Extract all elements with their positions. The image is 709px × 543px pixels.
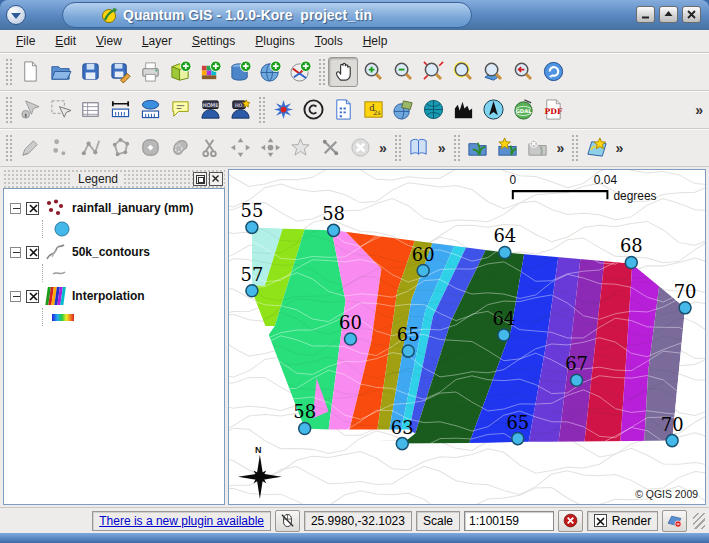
- title-bar[interactable]: Quantum GIS - 1.0.0-Kore project_tin: [0, 0, 709, 30]
- layer-name[interactable]: 50k_contours: [72, 245, 150, 259]
- quick-print-plugin-button[interactable]: PDF: [538, 95, 568, 125]
- raster-histogram-plugin-button[interactable]: [448, 95, 478, 125]
- home-plugin-button[interactable]: HOME: [195, 95, 225, 125]
- toolbar-overflow-button[interactable]: »: [611, 140, 627, 156]
- georeferencer-plugin-button[interactable]: [388, 95, 418, 125]
- layer-visibility-checkbox[interactable]: [26, 202, 39, 215]
- menu-help[interactable]: Help: [353, 31, 398, 51]
- add-raster-layer-button[interactable]: [195, 57, 225, 87]
- home-plugin-icon: HOME: [199, 98, 222, 121]
- map-tips-button[interactable]: [165, 95, 195, 125]
- grass-close-mapset-icon: [526, 136, 549, 159]
- menu-view[interactable]: View: [86, 31, 132, 51]
- grass-tools-button[interactable]: [581, 133, 611, 163]
- measure-area-button[interactable]: [135, 95, 165, 125]
- grass-open-mapset-button[interactable]: [463, 133, 493, 163]
- add-postgis-layer-button[interactable]: [225, 57, 255, 87]
- close-button[interactable]: [682, 6, 701, 23]
- window-menu-button[interactable]: [6, 5, 26, 25]
- layer-name[interactable]: rainfall_january (mm): [72, 201, 193, 215]
- copyright-label-plugin-button[interactable]: [298, 95, 328, 125]
- toolbar-drag-handle[interactable]: [453, 134, 460, 162]
- stop-rendering-button[interactable]: [558, 510, 583, 532]
- legend-layer-0[interactable]: rainfall_january (mm): [10, 198, 220, 218]
- menu-settings[interactable]: Settings: [182, 31, 245, 51]
- minimize-button[interactable]: [636, 6, 655, 23]
- capture-line-button: [75, 133, 105, 163]
- grass-new-mapset-button[interactable]: [493, 133, 523, 163]
- toolbar-drag-handle[interactable]: [318, 58, 325, 86]
- add-vector-layer-button[interactable]: [165, 57, 195, 87]
- quick-print-plugin-icon: PDF: [542, 98, 565, 121]
- print-composer-button[interactable]: [135, 57, 165, 87]
- split-features-icon: [169, 136, 192, 159]
- mouse-tracking-toggle-button[interactable]: [275, 510, 300, 532]
- legend-layer-tree[interactable]: rainfall_january (mm) 50k_contours Int: [3, 188, 225, 505]
- menu-file[interactable]: File: [6, 31, 45, 51]
- plugin-notification-link[interactable]: There is a new plugin available: [99, 514, 264, 528]
- home-beta-plugin-button[interactable]: HO: [225, 95, 255, 125]
- save-project-as-button[interactable]: [105, 57, 135, 87]
- toolbar-drag-handle[interactable]: [5, 134, 12, 162]
- window-resize-grip[interactable]: [693, 513, 705, 529]
- zoom-full-extent-button[interactable]: [418, 57, 448, 87]
- capture-point-button: [45, 133, 75, 163]
- expander-icon[interactable]: [10, 291, 21, 302]
- help-contents-button[interactable]: [404, 133, 434, 163]
- open-attribute-table-button[interactable]: [75, 95, 105, 125]
- toolbar-drag-handle[interactable]: [5, 58, 12, 86]
- new-vector-layer-button[interactable]: [285, 57, 315, 87]
- delimited-text-plugin-button[interactable]: [328, 95, 358, 125]
- zoom-last-extent-button[interactable]: [508, 57, 538, 87]
- legend-layer-2[interactable]: Interpolation: [10, 286, 220, 306]
- refresh-map-button[interactable]: [538, 57, 568, 87]
- toolbar-drag-handle[interactable]: [5, 96, 12, 124]
- plugin-notification[interactable]: There is a new plugin available: [92, 511, 271, 531]
- pan-map-button[interactable]: [328, 57, 358, 87]
- toolbar-overflow-button[interactable]: »: [375, 140, 391, 156]
- save-project-button[interactable]: [75, 57, 105, 87]
- menu-edit[interactable]: Edit: [45, 31, 86, 51]
- toolbar-drag-handle[interactable]: [258, 96, 265, 124]
- dxf2shape-plugin-button[interactable]: d2s: [358, 95, 388, 125]
- menu-plugins[interactable]: Plugins: [245, 31, 304, 51]
- toolbar-overflow-button[interactable]: »: [434, 140, 450, 156]
- projection-button[interactable]: [662, 510, 687, 532]
- zoom-to-selection-button[interactable]: [448, 57, 478, 87]
- expander-icon[interactable]: [10, 203, 21, 214]
- new-project-button[interactable]: [15, 57, 45, 87]
- scale-bar-plugin-button[interactable]: [268, 95, 298, 125]
- layer-visibility-checkbox[interactable]: [26, 246, 39, 259]
- north-arrow-plugin-button[interactable]: [478, 95, 508, 125]
- legend-float-button[interactable]: [193, 172, 207, 186]
- render-checkbox[interactable]: [594, 514, 607, 527]
- menu-tools[interactable]: Tools: [305, 31, 353, 51]
- toolbar-drag-handle[interactable]: [571, 134, 578, 162]
- render-toggle[interactable]: Render: [587, 511, 658, 531]
- menu-layer[interactable]: Layer: [132, 31, 182, 51]
- scale-input[interactable]: [464, 511, 554, 531]
- toolbar-overflow-button[interactable]: »: [553, 140, 569, 156]
- svg-text:64: 64: [492, 308, 515, 329]
- open-project-button[interactable]: [45, 57, 75, 87]
- north-arrow-plugin-icon: [482, 98, 505, 121]
- layer-name[interactable]: Interpolation: [72, 289, 145, 303]
- legend-layer-0-symbol: [42, 220, 220, 238]
- legend-close-button[interactable]: [209, 172, 223, 186]
- toolbar-overflow-button[interactable]: »: [691, 102, 707, 118]
- zoom-in-button[interactable]: [358, 57, 388, 87]
- zoom-out-button[interactable]: [388, 57, 418, 87]
- toolbar-drag-handle[interactable]: [394, 134, 401, 162]
- legend-layer-1[interactable]: 50k_contours: [10, 242, 220, 262]
- add-wms-layer-button[interactable]: [255, 57, 285, 87]
- maximize-button[interactable]: [659, 6, 678, 23]
- expander-icon[interactable]: [10, 247, 21, 258]
- select-features-button[interactable]: [45, 95, 75, 125]
- layer-visibility-checkbox[interactable]: [26, 290, 39, 303]
- gdal-tools-plugin-button[interactable]: GDAL: [508, 95, 538, 125]
- graticule-creator-plugin-button[interactable]: [418, 95, 448, 125]
- map-canvas[interactable]: 555857606468706065646758636570 0 0.04 de…: [228, 169, 706, 505]
- zoom-to-layer-button[interactable]: [478, 57, 508, 87]
- copyright-label-plugin-icon: [302, 98, 325, 121]
- measure-line-button[interactable]: [105, 95, 135, 125]
